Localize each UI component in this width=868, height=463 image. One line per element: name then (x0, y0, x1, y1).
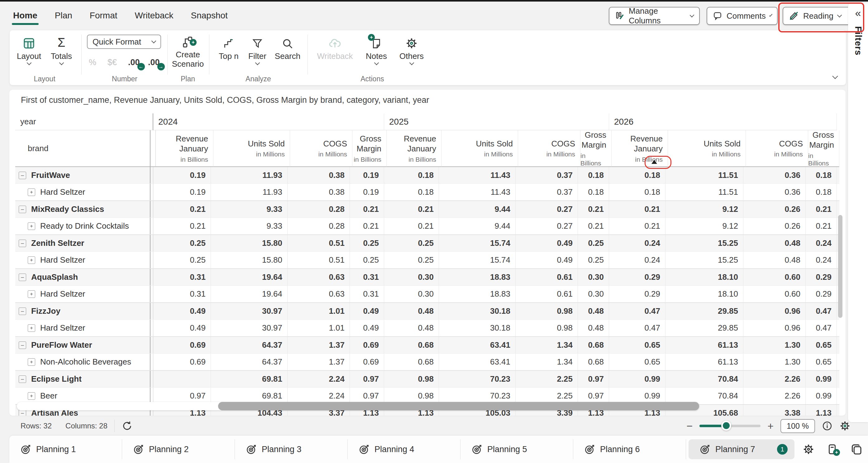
row-header-brand[interactable]: –MixReady Classics (15, 201, 151, 217)
cell-value[interactable]: 0.48 (578, 303, 609, 319)
cell-value[interactable]: 19.64 (211, 269, 287, 285)
cell-value[interactable]: 0.49 (350, 320, 384, 336)
cell-value[interactable]: 0.29 (806, 269, 837, 285)
cell-value[interactable]: 0.65 (806, 353, 837, 370)
cell-value[interactable]: 63.41 (439, 353, 516, 370)
cell-value[interactable]: 64.37 (211, 353, 287, 370)
cell-value[interactable]: 0.65 (609, 353, 665, 370)
cell-value[interactable]: 0.25 (350, 235, 384, 251)
cell-value[interactable]: 0.30 (578, 286, 609, 302)
quick-format-select[interactable]: Quick Format (87, 35, 161, 49)
cell-value[interactable]: 0.30 (384, 269, 439, 285)
cell-value[interactable]: 0.26 (743, 218, 806, 234)
cell-value[interactable]: 30.18 (439, 303, 516, 319)
expand-icon[interactable]: + (28, 392, 35, 400)
collapse-icon[interactable]: – (19, 274, 26, 281)
cell-value[interactable]: 2.26 (743, 371, 806, 387)
currency-format-button[interactable]: $€ (107, 58, 117, 67)
cell-value[interactable]: 61.13 (665, 337, 743, 353)
filter-button[interactable]: Filter (244, 36, 271, 64)
cell-value[interactable]: 0.18 (609, 184, 665, 200)
cell-value[interactable]: 0.18 (609, 167, 665, 184)
cell-value[interactable]: 0.25 (153, 252, 211, 268)
cell-value[interactable]: 0.25 (578, 235, 609, 251)
cell-value[interactable]: 0.68 (384, 337, 439, 353)
cell-value[interactable]: 0.24 (609, 252, 665, 268)
cell-value[interactable]: 11.93 (211, 167, 287, 184)
cell-value[interactable]: 70.84 (665, 371, 743, 387)
zoom-level-value[interactable]: 100 % (780, 419, 815, 433)
cell-value[interactable]: 0.49 (516, 252, 578, 268)
cell-value[interactable]: 19.64 (211, 286, 287, 302)
cell-value[interactable] (153, 371, 211, 387)
cell-value[interactable]: 0.21 (806, 201, 837, 217)
comments-button[interactable]: Comments (707, 7, 778, 25)
cell-value[interactable]: 0.49 (153, 303, 211, 319)
cell-value[interactable]: 0.98 (516, 303, 578, 319)
cell-value[interactable]: 0.27 (516, 218, 578, 234)
year-header-2025[interactable]: 2025 (384, 114, 609, 130)
column-header-2025-revenue-january[interactable]: Revenue Januaryin Billions (386, 130, 441, 167)
horizontal-scrollbar[interactable] (17, 402, 699, 410)
collapse-icon[interactable]: – (19, 308, 26, 315)
cell-value[interactable]: 0.21 (609, 218, 665, 234)
cell-value[interactable]: 0.28 (287, 218, 350, 234)
layout-button[interactable]: Layout (14, 36, 44, 64)
cell-value[interactable]: 0.48 (743, 252, 806, 268)
expand-icon[interactable]: + (28, 222, 35, 230)
cell-value[interactable]: 0.96 (743, 303, 806, 319)
cell-value[interactable]: 0.63 (287, 286, 350, 302)
cell-value[interactable]: 0.26 (743, 201, 806, 217)
cell-value[interactable]: 0.21 (350, 201, 384, 217)
cell-value[interactable]: 29.85 (665, 303, 743, 319)
expand-icon[interactable]: + (28, 290, 35, 298)
cell-value[interactable]: 0.18 (806, 167, 837, 184)
cell-value[interactable]: 18.83 (439, 286, 516, 302)
cell-value[interactable]: 9.44 (439, 218, 516, 234)
row-header-brand[interactable]: –FizzJoy (15, 303, 151, 319)
cell-value[interactable]: 0.19 (350, 167, 384, 184)
cell-value[interactable]: 0.51 (287, 252, 350, 268)
column-header-2025-units-sold[interactable]: Units Soldin Millions (441, 130, 518, 167)
cell-value[interactable]: 0.29 (609, 269, 665, 285)
zoom-in-button[interactable]: + (767, 420, 774, 432)
percent-format-button[interactable]: % (89, 58, 96, 67)
cell-value[interactable]: 2.25 (516, 371, 578, 387)
row-header-category[interactable]: +Hard Seltzer (15, 286, 151, 302)
cell-value[interactable]: 0.68 (384, 353, 439, 370)
menu-home[interactable]: Home (12, 9, 38, 22)
cell-value[interactable]: 0.49 (516, 235, 578, 251)
cell-value[interactable]: 0.18 (384, 167, 439, 184)
collapse-icon[interactable]: – (19, 240, 26, 247)
row-header-brand[interactable]: –AquaSplash (15, 269, 151, 285)
column-header-2024-cogs[interactable]: COGSin Millions (290, 130, 352, 167)
expand-icon[interactable]: + (28, 188, 35, 196)
manage-columns-button[interactable]: Manage Columns (609, 7, 700, 25)
cell-value[interactable]: 2.26 (743, 388, 806, 404)
cell-value[interactable]: 0.18 (806, 184, 837, 200)
zoom-out-button[interactable]: − (686, 420, 692, 432)
cell-value[interactable]: 11.43 (439, 184, 516, 200)
create-scenario-button[interactable]: + Create Scenario (171, 35, 205, 69)
cell-value[interactable]: 0.68 (578, 353, 609, 370)
cell-value[interactable]: 0.29 (609, 286, 665, 302)
cell-value[interactable]: 0.48 (578, 320, 609, 336)
cell-value[interactable]: 0.98 (516, 320, 578, 336)
expand-icon[interactable]: + (28, 325, 35, 332)
cell-value[interactable]: 18.83 (439, 269, 516, 285)
cell-value[interactable]: 0.28 (287, 201, 350, 217)
cell-value[interactable]: 0.21 (609, 201, 665, 217)
column-header-2026-cogs[interactable]: COGSin Millions (746, 130, 808, 167)
cell-value[interactable]: 0.19 (153, 184, 211, 200)
cell-value[interactable]: 0.99 (806, 388, 837, 404)
cell-value[interactable]: 0.48 (384, 320, 439, 336)
cell-value[interactable]: 1.37 (287, 337, 350, 353)
notes-button[interactable]: + Notes (362, 36, 391, 64)
decrease-decimal-button[interactable]: .00 ← (128, 58, 140, 67)
cell-value[interactable]: 0.51 (287, 235, 350, 251)
cell-value[interactable]: 1.13 (806, 405, 837, 415)
cell-value[interactable]: 0.18 (384, 184, 439, 200)
menu-plan[interactable]: Plan (54, 9, 73, 22)
horizontal-scrollbar-thumb[interactable] (218, 402, 699, 410)
cell-value[interactable]: 64.37 (211, 337, 287, 353)
